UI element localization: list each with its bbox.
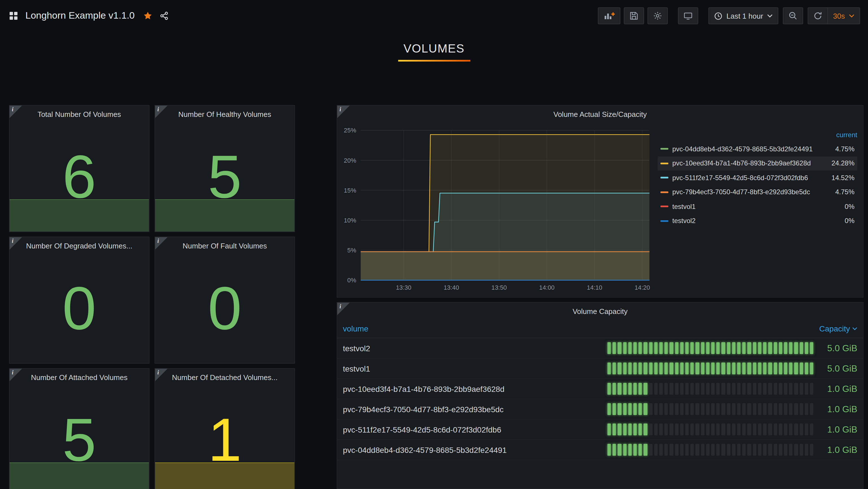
panel-info-corner[interactable]: i [155, 369, 167, 381]
svg-text:25%: 25% [344, 127, 356, 134]
add-panel-button[interactable] [598, 7, 620, 24]
navbar-right: Last 1 hour 30s [594, 7, 860, 24]
chevron-down-icon [849, 14, 855, 18]
volume-name-cell: pvc-10eed3f4-b7a1-4b76-893b-2bb9aef3628d [343, 384, 608, 393]
dashboard-title[interactable]: Longhorn Example v1.1.0 [25, 10, 135, 22]
panel-info-corner[interactable]: i [155, 106, 167, 118]
save-icon [629, 11, 639, 20]
column-header-volume[interactable]: volume [343, 324, 368, 333]
panel-title[interactable]: Total Number Of Volumes [9, 106, 149, 122]
series-current-value: 4.75% [835, 188, 855, 196]
info-icon: i [157, 369, 159, 375]
svg-text:13:50: 13:50 [492, 284, 507, 291]
refresh-interval-picker[interactable]: 30s [827, 7, 860, 24]
capacity-table-row: pvc-79b4ecf3-7050-4d77-8bf3-e292d93be5dc… [337, 399, 863, 420]
capacity-table-row: testvol2 5.0 GiB [337, 338, 863, 358]
capacity-table-row: testvol1 5.0 GiB [337, 358, 863, 379]
series-color-swatch [660, 148, 668, 150]
dashboard-settings-button[interactable] [648, 7, 668, 24]
panel-info-corner[interactable]: i [9, 369, 22, 381]
svg-text:0%: 0% [347, 277, 356, 284]
dashboard-grid-icon[interactable] [8, 10, 19, 22]
save-dashboard-button[interactable] [624, 7, 644, 24]
add-panel-icon [603, 11, 615, 20]
capacity-value-cell: 5.0 GiB [821, 343, 857, 353]
volume-name-cell: pvc-511f2e17-5549-42d5-8c6d-072f3d02fdb6 [343, 425, 608, 434]
capacity-value-cell: 1.0 GiB [821, 445, 857, 455]
legend-header: current [658, 128, 857, 142]
clock-icon [714, 11, 722, 20]
zoom-out-time-button[interactable] [783, 7, 803, 24]
series-color-swatch [660, 177, 668, 179]
panel-info-corner[interactable]: i [9, 237, 22, 250]
panel-title[interactable]: Number Of Attached Volumes [9, 369, 149, 386]
legend-item[interactable]: pvc-10eed3f4-b7a1-4b76-893b-2bb9aef3628d… [658, 156, 857, 171]
capacity-led-gauge [608, 444, 813, 456]
info-icon: i [12, 238, 13, 244]
capacity-led-gauge [608, 342, 813, 354]
cycle-view-mode-button[interactable] [678, 7, 698, 24]
favorite-star-button[interactable] [142, 10, 153, 22]
series-color-swatch [660, 163, 668, 164]
info-icon: i [157, 106, 159, 112]
chart-legend: current pvc-04dd8eb4-d362-4579-8685-5b3d… [658, 128, 857, 228]
panel-info-corner[interactable]: i [337, 106, 350, 118]
legend-item[interactable]: pvc-04dd8eb4-d362-4579-8685-5b3d2fe24491… [658, 142, 857, 156]
volume-name-cell: pvc-79b4ecf3-7050-4d77-8bf3-e292d93be5dc [343, 405, 608, 413]
sort-chevron-icon [852, 327, 857, 330]
svg-text:14:00: 14:00 [539, 284, 555, 291]
legend-item[interactable]: pvc-79b4ecf3-7050-4d77-8bf3-e292d93be5dc… [658, 185, 857, 199]
capacity-led-gauge [608, 403, 813, 415]
panel-title[interactable]: Number Of Degraded Volumes... [9, 237, 149, 254]
stat-panel-fault-volumes: i Number Of Fault Volumes 0 [155, 237, 295, 364]
panel-title[interactable]: Volume Actual Size/Capacity [337, 106, 863, 122]
chevron-down-icon [767, 14, 773, 18]
stat-panel-total-volumes: i Total Number Of Volumes 6 [9, 105, 150, 232]
refresh-interval-label: 30s [833, 11, 845, 20]
share-dashboard-button[interactable] [158, 10, 170, 22]
svg-text:14:20: 14:20 [634, 284, 650, 291]
capacity-value-cell: 1.0 GiB [821, 424, 857, 434]
series-name: pvc-511f2e17-5549-42d5-8c6d-072f3d02fdb6 [672, 174, 827, 182]
volume-name-cell: testvol2 [343, 344, 608, 353]
refresh-button[interactable] [808, 7, 828, 24]
series-name: pvc-10eed3f4-b7a1-4b76-893b-2bb9aef3628d [672, 160, 827, 167]
grafana-dashboard: Longhorn Example v1.1.0 Last [0, 0, 868, 489]
legend-item[interactable]: pvc-511f2e17-5549-42d5-8c6d-072f3d02fdb6… [658, 171, 857, 185]
legend-item[interactable]: testvol1 0% [658, 199, 857, 214]
stat-panel-healthy-volumes: i Number Of Healthy Volumes 5 [155, 105, 295, 232]
time-range-picker[interactable]: Last 1 hour [708, 7, 778, 24]
row-title-underline [398, 60, 470, 62]
panel-title[interactable]: Volume Capacity [337, 303, 863, 320]
row-title[interactable]: VOLUMES [404, 42, 465, 55]
capacity-value-cell: 1.0 GiB [821, 384, 857, 394]
capacity-table-row: pvc-10eed3f4-b7a1-4b76-893b-2bb9aef3628d… [337, 379, 863, 399]
series-color-swatch [660, 192, 668, 193]
panel-info-corner[interactable]: i [155, 237, 167, 250]
legend-current-sort[interactable]: current [836, 131, 857, 139]
table-panel-volume-capacity: i Volume Capacity volume Capacity testvo… [337, 302, 864, 489]
series-current-value: 4.75% [835, 145, 855, 153]
capacity-led-gauge [608, 363, 813, 374]
legend-item[interactable]: testvol2 0% [658, 214, 857, 228]
navbar: Longhorn Example v1.1.0 Last [0, 0, 868, 32]
row-header-volumes: VOLUMES [0, 42, 868, 62]
stat-panel-detached-volumes: i Number Of Detached Volumes... 1 [155, 368, 295, 489]
info-icon: i [340, 106, 341, 112]
zoom-out-icon [788, 11, 798, 20]
panel-title[interactable]: Number Of Healthy Volumes [155, 106, 294, 122]
svg-text:10%: 10% [344, 217, 356, 224]
series-name: pvc-79b4ecf3-7050-4d77-8bf3-e292d93be5dc [672, 188, 831, 196]
series-current-value: 24.28% [832, 160, 855, 167]
column-header-capacity[interactable]: Capacity [819, 324, 857, 333]
gear-icon [653, 11, 662, 20]
panel-title[interactable]: Number Of Detached Volumes... [155, 369, 294, 386]
stat-panel-degraded-volumes: i Number Of Degraded Volumes... 0 [9, 237, 150, 364]
series-name: testvol1 [672, 203, 840, 211]
series-color-swatch [660, 220, 668, 222]
panel-info-corner[interactable]: i [9, 106, 22, 118]
panel-title[interactable]: Number Of Fault Volumes [155, 237, 294, 254]
stat-sparkline-area [155, 462, 294, 489]
panel-info-corner[interactable]: i [337, 303, 350, 315]
table-body: testvol2 5.0 GiB testvol1 5.0 GiB pvc-10… [337, 338, 863, 460]
